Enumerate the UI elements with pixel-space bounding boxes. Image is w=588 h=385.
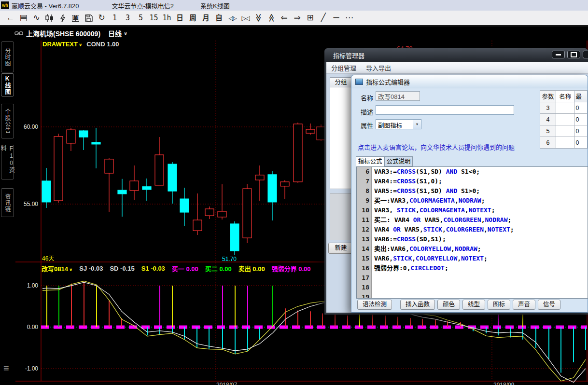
code-line: 10VAR3, STICK,COLORMAGENTA,NOTEXT;: [357, 206, 588, 215]
new-group-button[interactable]: 新建: [328, 243, 353, 254]
flash-order-icon[interactable]: [56, 11, 69, 25]
minimize-button[interactable]: [552, 51, 565, 58]
code-line: 7VAR4:=CROSS(S1,0);: [357, 177, 588, 186]
layout-grid-icon[interactable]: ⊞: [304, 11, 317, 25]
name-label: 名称: [361, 93, 373, 102]
main-chart-indicator-label[interactable]: COND 1.00: [86, 41, 119, 48]
close-button[interactable]: [583, 51, 588, 58]
editor-tab-指标公式[interactable]: 指标公式: [356, 156, 384, 166]
period-button-15[interactable]: 15: [147, 11, 160, 25]
editor-button-插入函数[interactable]: 插入函数: [400, 300, 435, 310]
parameter-cell: [556, 114, 574, 125]
dropdown-arrow-icon[interactable]: ∨: [79, 42, 82, 47]
scroll-bottom-icon[interactable]: ≫: [252, 11, 265, 25]
parameter-row[interactable]: 30: [540, 102, 588, 114]
app-logo-icon: wh: [1, 1, 9, 9]
stock-name-label[interactable]: 上海机场(SHSE 600009): [26, 28, 100, 38]
sidebar-tab-K线图[interactable]: K线图: [1, 73, 14, 96]
period-button-日[interactable]: 日: [173, 11, 186, 25]
sub-indicator-value-label[interactable]: 买二 0.00: [205, 264, 232, 273]
formula-code-editor[interactable]: 6VAR3:=CROSS(S1,SD) AND S1<0;7VAR4:=CROS…: [356, 166, 588, 299]
editor-button-图标[interactable]: 图标: [488, 300, 510, 310]
forum-link[interactable]: 点击进入麦语言论坛，向文华技术人员提问你遇到的问题: [358, 142, 515, 151]
link-chain-icon[interactable]: [14, 31, 23, 36]
sidebar-tab-分时图[interactable]: 分时图: [1, 41, 14, 72]
refresh-icon[interactable]: ↻: [95, 11, 108, 25]
period-button-周[interactable]: 周: [186, 11, 199, 25]
line-chart-icon[interactable]: ∿: [30, 11, 43, 25]
code-text: [372, 283, 374, 292]
period-button-3[interactable]: 3: [121, 11, 134, 25]
sub-indicator-value-label[interactable]: 强弱分界 0.00: [272, 264, 311, 273]
manager-menu-分组管理[interactable]: 分组管理: [331, 63, 356, 72]
sidebar-tab-资讯链[interactable]: 资讯链: [1, 188, 14, 217]
page-right-icon[interactable]: ⇒: [291, 11, 304, 25]
save-icon[interactable]: [82, 11, 95, 25]
attribute-dropdown[interactable]: 副图指标 ▼: [376, 119, 421, 129]
description-field[interactable]: [376, 105, 514, 115]
dropdown-arrow-icon[interactable]: ∨: [69, 267, 72, 272]
parameter-cell: 0: [574, 125, 588, 137]
scroll-top-icon[interactable]: ≪: [265, 11, 278, 25]
period-dropdown-icon[interactable]: ∨: [124, 31, 127, 36]
period-button-自[interactable]: 自: [212, 11, 225, 25]
line-number: 13: [357, 234, 372, 244]
sub-indicator-value-label[interactable]: 改写0814∨: [42, 264, 72, 273]
editor-dialog-title: 指标公式编辑器: [366, 77, 410, 86]
more-icon[interactable]: ⋯: [343, 11, 356, 25]
sidebar-tab-个股公告[interactable]: 个股公告: [1, 104, 14, 138]
code-text: VAR6:=CROSS(SD,S1);: [372, 234, 446, 244]
page-left-icon[interactable]: ⇐: [278, 11, 291, 25]
main-chart-indicator-label[interactable]: DRAWTEXT∨: [42, 41, 82, 48]
line-number: 17: [357, 273, 372, 283]
parameter-row[interactable]: 60: [540, 137, 588, 149]
attribute-label: 属性: [361, 121, 373, 130]
sub-indicator-value-label[interactable]: SD -0.15: [110, 265, 134, 272]
parameter-row[interactable]: 50: [540, 125, 588, 137]
name-field[interactable]: [376, 91, 420, 101]
editor-button-信号[interactable]: 信号: [538, 300, 560, 310]
editor-button-颜色[interactable]: 颜色: [437, 300, 460, 310]
parameter-cell: 6: [540, 137, 556, 149]
parameter-table-header-row: 参数名称最: [540, 91, 588, 102]
sub-indicator-value-label[interactable]: 买一 0.00: [172, 264, 198, 273]
period-button-1h[interactable]: 1h: [160, 11, 173, 25]
sub-indicator-value-label[interactable]: 卖出 0.00: [238, 264, 265, 273]
editor-button-线型[interactable]: 线型: [462, 300, 485, 310]
editor-button-row: 语法检测插入函数颜色线型图标声音信号: [357, 300, 563, 310]
back-icon[interactable]: ←: [4, 11, 17, 25]
period-button-5[interactable]: 5: [134, 11, 147, 25]
order-panel-icon[interactable]: 单: [69, 11, 82, 26]
main-chart-label-row: DRAWTEXT∨COND 1.00: [42, 41, 119, 48]
zoom-out-icon[interactable]: ◁▷: [225, 11, 238, 26]
trendline-icon[interactable]: ╱: [317, 11, 330, 25]
group-listbox[interactable]: [330, 87, 352, 189]
code-text: VAR4:=CROSS(S1,0);: [372, 177, 442, 186]
main-toolbar: ←▤∿单↻135151h日周月自◁▷▷◁≫≪⇐⇒⊞╱─⋯: [0, 11, 588, 27]
menu-hamburger-icon[interactable]: ≡: [3, 363, 9, 374]
period-button-1[interactable]: 1: [108, 11, 121, 25]
sub-indicator-value-label[interactable]: SJ -0.03: [79, 265, 103, 272]
parameter-row[interactable]: 40: [540, 114, 588, 125]
period-selector[interactable]: 日线: [108, 28, 122, 38]
zoom-in-icon[interactable]: ▷◁: [238, 11, 252, 26]
code-text: VAR3, STICK,COLORMAGENTA,NOTEXT;: [372, 206, 495, 215]
manager-dialog-titlebar[interactable]: 指标管理器: [324, 48, 588, 62]
report-icon[interactable]: ▤: [17, 11, 30, 25]
candlestick-icon[interactable]: [43, 11, 56, 25]
horizontal-line-icon[interactable]: ─: [330, 11, 343, 25]
editor-tab-公式说明[interactable]: 公式说明: [384, 156, 413, 166]
code-text: VAR4 OR VAR5,STICK,COLORGREEN,NOTEXT;: [372, 225, 514, 234]
manager-menu-导入导出[interactable]: 导入导出: [366, 63, 391, 72]
editor-button-声音[interactable]: 声音: [513, 300, 535, 310]
view-name-label: 系统K线图: [200, 1, 230, 10]
parameter-table[interactable]: 参数名称最30405060: [540, 90, 588, 149]
maximize-button[interactable]: [567, 51, 580, 58]
editor-button-语法检测[interactable]: 语法检测: [357, 300, 392, 310]
sub-indicator-value-label[interactable]: S1 -0.03: [141, 265, 165, 272]
line-number: 6: [357, 167, 372, 177]
period-button-月[interactable]: 月: [199, 11, 212, 25]
code-text: VAR3:=CROSS(S1,SD) AND S1<0;: [372, 167, 480, 177]
editor-dialog-titlebar[interactable]: 指标公式编辑器: [351, 75, 588, 88]
sidebar-tab-F10资料[interactable]: F10资料: [1, 145, 14, 179]
